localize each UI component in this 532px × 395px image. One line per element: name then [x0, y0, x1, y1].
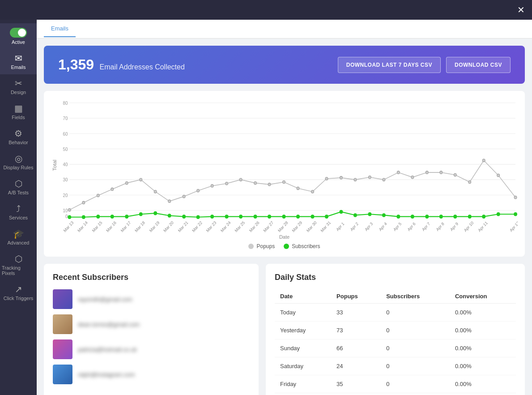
- svg-point-26: [183, 195, 185, 198]
- bottom-section: Recent Subscribers raysmith@gmail.com de…: [44, 264, 525, 395]
- svg-point-79: [482, 215, 485, 219]
- stats-count: 1,359: [58, 56, 94, 73]
- col-subscribers: Subscribers: [381, 289, 450, 304]
- svg-text:Mar 23: Mar 23: [205, 220, 217, 232]
- cell-date: Thursday: [275, 393, 331, 395]
- legend-popups-label: Popups: [256, 243, 275, 249]
- chart-area: 80 70 60 50 40 30 20 10 0 Total: [51, 98, 518, 232]
- subscriber-email: dean.torres@gmail.com: [78, 321, 140, 328]
- svg-point-69: [339, 210, 343, 214]
- sidebar-item-ab-tests[interactable]: ⬡ A/B Tests: [0, 175, 37, 200]
- svg-point-62: [239, 215, 243, 219]
- sidebar-item-emails[interactable]: ✉ Emails: [0, 49, 37, 74]
- sidebar-item-click-triggers[interactable]: ↗ Click Triggers: [0, 280, 37, 305]
- svg-point-46: [468, 180, 471, 183]
- services-icon: ⤴: [16, 204, 21, 213]
- svg-point-71: [368, 212, 371, 216]
- sidebar-item-design[interactable]: ✂ Design: [0, 74, 37, 99]
- svg-text:Mar 30: Mar 30: [306, 220, 317, 232]
- sidebar-item-services[interactable]: ⤴ Services: [0, 200, 37, 225]
- svg-text:Mar 20: Mar 20: [163, 220, 174, 232]
- cell-date: Friday: [275, 375, 331, 393]
- svg-point-64: [268, 215, 271, 219]
- svg-point-68: [325, 215, 328, 219]
- svg-text:Mar 22: Mar 22: [191, 220, 203, 232]
- svg-text:Mar 24: Mar 24: [220, 220, 231, 232]
- sidebar-item-display-rules[interactable]: ◎ Display Rules: [0, 150, 37, 175]
- sidebar-item-label: Behavior: [9, 140, 28, 145]
- svg-point-25: [168, 200, 171, 202]
- svg-point-61: [225, 215, 229, 219]
- avatar: [53, 339, 72, 359]
- svg-text:10: 10: [63, 208, 68, 213]
- subscriber-item: dean.torres@gmail.com: [53, 314, 250, 334]
- tracking-pixels-icon: ⬡: [15, 254, 22, 263]
- svg-text:30: 30: [63, 177, 68, 182]
- sidebar: Active ✉ Emails ✂ Design ▦ Fields ⚙ Beha…: [0, 20, 37, 395]
- svg-point-65: [282, 215, 286, 219]
- design-icon: ✂: [15, 79, 22, 88]
- cell-popups: 33: [331, 304, 381, 322]
- svg-point-22: [125, 181, 128, 184]
- behavior-icon: ⚙: [14, 129, 22, 138]
- avatar: [53, 365, 72, 384]
- svg-point-59: [196, 215, 200, 219]
- cell-date: Today: [275, 304, 331, 322]
- svg-point-58: [182, 215, 186, 219]
- svg-point-34: [297, 187, 299, 189]
- top-bar: ✕: [0, 0, 532, 20]
- svg-point-81: [514, 212, 517, 216]
- sidebar-item-active[interactable]: Active: [0, 23, 37, 49]
- col-popups: Popups: [331, 289, 381, 304]
- svg-point-70: [353, 213, 357, 217]
- svg-point-36: [325, 177, 328, 180]
- sidebar-item-behavior[interactable]: ⚙ Behavior: [0, 125, 37, 150]
- close-icon[interactable]: ✕: [517, 4, 525, 15]
- chart-legend: Popups Subscribers: [51, 243, 518, 249]
- svg-point-63: [254, 215, 257, 219]
- svg-point-72: [382, 213, 386, 217]
- download-csv-button[interactable]: DOWNLOAD CSV: [446, 57, 511, 73]
- svg-point-76: [439, 215, 443, 219]
- sidebar-item-tracking-pixels[interactable]: ⬡ Tracking Pixels: [0, 250, 37, 280]
- col-date: Date: [275, 289, 331, 304]
- cell-popups: 58: [331, 393, 381, 395]
- svg-point-57: [168, 214, 171, 218]
- sidebar-item-fields[interactable]: ▦ Fields: [0, 99, 37, 125]
- fields-icon: ▦: [14, 104, 23, 113]
- avatar: [53, 289, 72, 309]
- subscriber-email: raysmith@gmail.com: [78, 296, 132, 303]
- svg-text:Apr 8: Apr 8: [435, 221, 445, 232]
- cell-date: Saturday: [275, 357, 331, 375]
- svg-text:Mar 28: Mar 28: [277, 220, 289, 232]
- svg-point-43: [426, 171, 428, 174]
- svg-point-73: [396, 215, 400, 219]
- svg-point-21: [111, 188, 114, 190]
- x-axis-label: Date: [51, 234, 518, 240]
- recent-subscribers-title: Recent Subscribers: [53, 273, 250, 282]
- svg-text:Apr 4: Apr 4: [378, 221, 388, 232]
- content-area: 1,359 Email Addresses Collected DOWNLOAD…: [37, 39, 532, 395]
- svg-text:Apr 6: Apr 6: [407, 221, 417, 232]
- stats-table: Date Popups Subscribers Conversion Today…: [275, 289, 516, 395]
- svg-point-23: [140, 178, 142, 181]
- svg-point-78: [468, 215, 472, 219]
- table-row: Friday 35 0 0.00%: [275, 375, 516, 393]
- svg-point-24: [154, 190, 157, 193]
- download-7days-button[interactable]: DOWNLOAD LAST 7 DAYS CSV: [338, 57, 441, 73]
- svg-point-75: [425, 215, 429, 219]
- svg-text:Apr 5: Apr 5: [392, 221, 402, 232]
- svg-point-33: [283, 180, 285, 183]
- tab-emails[interactable]: Emails: [44, 21, 76, 37]
- svg-text:80: 80: [63, 101, 68, 106]
- advanced-icon: 🎓: [13, 229, 24, 238]
- active-toggle[interactable]: [10, 28, 27, 38]
- svg-point-38: [354, 178, 357, 181]
- cell-conversion: 0.00%: [450, 339, 516, 357]
- sidebar-item-advanced[interactable]: 🎓 Advanced: [0, 225, 37, 250]
- svg-point-56: [153, 211, 157, 215]
- cell-conversion: 0.00%: [450, 322, 516, 339]
- svg-point-31: [254, 181, 257, 184]
- table-row: Yesterday 73 0 0.00%: [275, 322, 516, 339]
- daily-stats-title: Daily Stats: [275, 273, 516, 282]
